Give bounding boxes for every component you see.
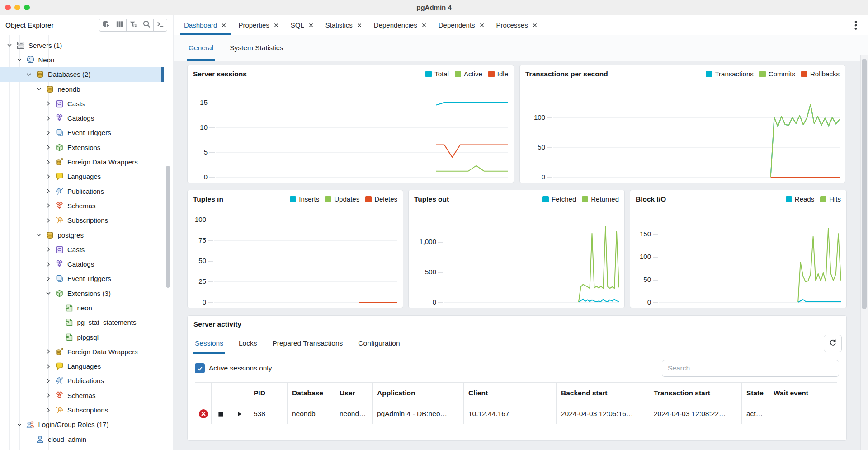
chevron-down-icon[interactable]: [36, 86, 42, 92]
tree-item-subscriptions[interactable]: Subscriptions: [0, 213, 164, 228]
chevron-right-icon[interactable]: [45, 100, 52, 107]
activity-tab-locks[interactable]: Locks: [237, 333, 259, 354]
chevron-right-icon[interactable]: [45, 378, 52, 384]
tree-item-neon[interactable]: neon: [0, 300, 164, 315]
tree-item-login-group-roles-17[interactable]: Login/Group Roles (17): [0, 417, 164, 432]
subtab-general[interactable]: General: [187, 35, 215, 61]
column-header-pid[interactable]: PID: [249, 383, 288, 403]
tree-item-servers-1[interactable]: Servers (1): [0, 38, 164, 52]
chevron-right-icon[interactable]: [45, 407, 52, 413]
chevron-right-icon[interactable]: [45, 159, 52, 165]
tree-item-neon[interactable]: Neon: [0, 52, 164, 67]
column-header-state[interactable]: State: [742, 383, 769, 403]
tree-item-extensions-3[interactable]: Extensions (3): [0, 286, 164, 300]
tree-item-foreign-data-wrappers[interactable]: Foreign Data Wrappers: [0, 344, 164, 359]
filter-button[interactable]: [126, 19, 140, 32]
close-icon[interactable]: [221, 23, 226, 28]
tree-item-schemas[interactable]: Schemas: [0, 388, 164, 403]
tree-item-databases-2[interactable]: Databases (2): [0, 67, 164, 82]
chevron-right-icon[interactable]: [45, 115, 52, 122]
close-icon[interactable]: [274, 23, 279, 28]
close-icon[interactable]: [532, 23, 538, 28]
column-header-backend-start[interactable]: Backend start: [557, 383, 649, 403]
close-icon[interactable]: [421, 23, 427, 28]
chevron-right-icon[interactable]: [45, 188, 52, 194]
psql-button[interactable]: [153, 19, 167, 32]
tree-item-subscriptions[interactable]: Subscriptions: [0, 403, 164, 417]
tree-item-publications[interactable]: Publications: [0, 374, 164, 388]
view-data-button[interactable]: [113, 19, 127, 32]
tree-item-publications[interactable]: Publications: [0, 184, 164, 198]
tree-item-neondb[interactable]: neondb: [0, 82, 164, 96]
more-options-icon[interactable]: [851, 20, 861, 30]
subtab-system-statistics[interactable]: System Statistics: [228, 35, 284, 61]
refresh-button[interactable]: [824, 335, 842, 352]
chevron-right-icon[interactable]: [45, 348, 52, 355]
chevron-right-icon[interactable]: [45, 363, 52, 370]
tree-item-postgres[interactable]: postgres: [0, 228, 164, 242]
tab-statistics[interactable]: Statistics: [321, 15, 366, 35]
chevron-right-icon[interactable]: [45, 173, 52, 180]
column-header-application[interactable]: Application: [373, 383, 464, 403]
tree-item-extensions[interactable]: Extensions: [0, 140, 164, 155]
zoom-window-button[interactable]: [24, 5, 30, 10]
close-icon[interactable]: [308, 23, 314, 28]
tab-processes[interactable]: Processes: [492, 15, 542, 35]
active-sessions-checkbox[interactable]: [195, 363, 205, 373]
tab-dependencies[interactable]: Dependencies: [370, 15, 431, 35]
main-scrollbar-track[interactable]: [860, 55, 868, 450]
chevron-down-icon[interactable]: [45, 290, 52, 296]
tree-item-languages[interactable]: Languages: [0, 359, 164, 374]
tree-item-neon-superuser[interactable]: neon_superuser: [0, 446, 164, 450]
search-button[interactable]: [140, 19, 154, 32]
column-header-user[interactable]: User: [335, 383, 373, 403]
tree-item-catalogs[interactable]: Catalogs: [0, 257, 164, 271]
chevron-down-icon[interactable]: [6, 42, 13, 48]
chevron-right-icon[interactable]: [45, 144, 52, 150]
activity-tab-prepared-transactions[interactable]: Prepared Transactions: [271, 333, 344, 354]
tree-item-languages[interactable]: Languages: [0, 169, 164, 184]
activity-tab-sessions[interactable]: Sessions: [193, 333, 225, 354]
column-header-client[interactable]: Client: [464, 383, 557, 403]
close-icon[interactable]: [357, 23, 362, 28]
chevron-right-icon[interactable]: [45, 276, 52, 282]
column-header-database[interactable]: Database: [288, 383, 335, 403]
chevron-down-icon[interactable]: [36, 232, 42, 238]
chevron-right-icon[interactable]: [45, 202, 52, 209]
expand-session-button[interactable]: [230, 403, 249, 424]
minimize-window-button[interactable]: [14, 5, 20, 10]
close-window-button[interactable]: [5, 5, 11, 10]
sidebar-scrollbar[interactable]: [166, 166, 170, 288]
tree-item-foreign-data-wrappers[interactable]: Foreign Data Wrappers: [0, 155, 164, 169]
tree-item-event-triggers[interactable]: Event Triggers: [0, 126, 164, 140]
chevron-down-icon[interactable]: [26, 71, 32, 78]
tree-item-plpgsql[interactable]: plpgsql: [0, 330, 164, 344]
tab-sql[interactable]: SQL: [287, 15, 318, 35]
tree-item-casts[interactable]: Casts: [0, 242, 164, 257]
chevron-down-icon[interactable]: [16, 422, 23, 428]
close-icon[interactable]: [479, 23, 485, 28]
tab-properties[interactable]: Properties: [234, 15, 283, 35]
tree-item-pg-stat-statements[interactable]: pg_stat_statements: [0, 315, 164, 330]
stop-session-button[interactable]: [212, 403, 230, 424]
chevron-right-icon[interactable]: [45, 246, 52, 253]
tree-item-cloud-admin[interactable]: cloud_admin: [0, 432, 164, 446]
tree-item-casts[interactable]: Casts: [0, 96, 164, 111]
tab-dependents[interactable]: Dependents: [434, 15, 489, 35]
column-header-wait-event[interactable]: Wait event: [769, 383, 837, 403]
chevron-right-icon[interactable]: [45, 392, 52, 398]
query-tool-button[interactable]: [99, 19, 113, 32]
tab-dashboard[interactable]: Dashboard: [180, 15, 231, 35]
chevron-right-icon[interactable]: [45, 261, 52, 267]
tree-item-schemas[interactable]: Schemas: [0, 198, 164, 213]
column-header-transaction-start[interactable]: Transaction start: [649, 383, 742, 403]
tree-item-catalogs[interactable]: Catalogs: [0, 111, 164, 125]
tree-item-event-triggers[interactable]: Event Triggers: [0, 272, 164, 286]
activity-tab-configuration[interactable]: Configuration: [357, 333, 401, 354]
chevron-right-icon[interactable]: [45, 130, 52, 136]
search-input[interactable]: [662, 360, 839, 377]
main-scrollbar-thumb[interactable]: [862, 59, 867, 309]
chevron-right-icon[interactable]: [45, 217, 52, 224]
chevron-down-icon[interactable]: [16, 56, 23, 63]
cancel-session-button[interactable]: [195, 403, 212, 424]
